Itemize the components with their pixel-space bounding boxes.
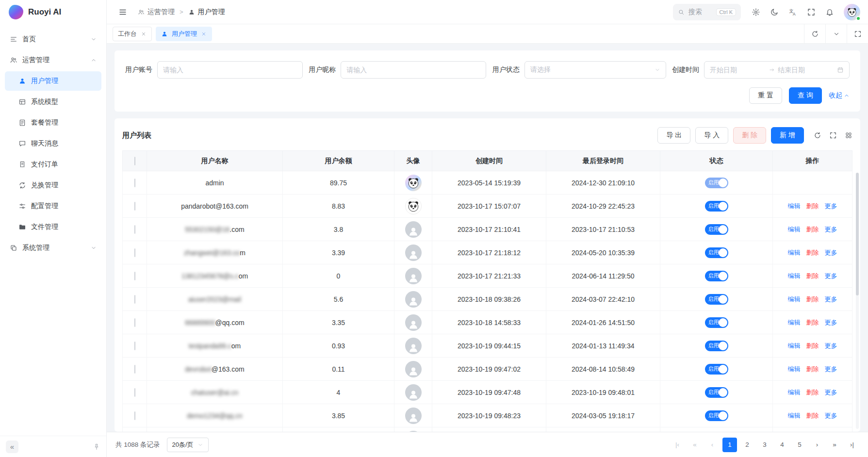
page-number-button[interactable]: 3 — [757, 438, 772, 452]
query-button[interactable]: 查 询 — [789, 87, 822, 104]
jump-forward-button[interactable]: » — [827, 438, 842, 452]
close-icon[interactable] — [141, 31, 147, 37]
last-page-button[interactable]: ›| — [845, 438, 859, 452]
edit-link[interactable]: 编辑 — [788, 202, 801, 211]
edit-link[interactable]: 编辑 — [788, 272, 801, 280]
add-button[interactable]: 新 增 — [771, 127, 804, 144]
more-link[interactable]: 更多 — [825, 342, 837, 350]
pin-icon[interactable] — [93, 443, 100, 451]
edit-link[interactable]: 编辑 — [788, 411, 801, 420]
row-checkbox[interactable] — [134, 202, 135, 211]
language-translate-icon[interactable] — [785, 4, 801, 20]
row-checkbox[interactable] — [134, 248, 135, 257]
row-checkbox[interactable] — [134, 225, 135, 234]
more-link[interactable]: 更多 — [825, 248, 837, 257]
status-toggle[interactable]: 启用 — [705, 247, 728, 258]
prev-page-button[interactable]: ‹ — [705, 438, 720, 452]
sidebar-collapse-button[interactable]: « — [6, 441, 18, 453]
first-page-button[interactable]: |‹ — [670, 438, 685, 452]
dark-mode-moon-icon[interactable] — [766, 4, 783, 20]
more-link[interactable]: 更多 — [825, 295, 837, 304]
row-checkbox[interactable] — [134, 179, 135, 187]
more-link[interactable]: 更多 — [825, 411, 837, 420]
page-number-button[interactable]: 2 — [740, 438, 754, 452]
delete-link[interactable]: 删除 — [806, 318, 819, 327]
close-icon[interactable] — [201, 31, 207, 37]
row-checkbox[interactable] — [134, 295, 135, 304]
delete-link[interactable]: 删除 — [806, 411, 819, 420]
sidebar-item-file-management[interactable]: 文件管理 — [5, 217, 101, 237]
content-fullscreen-icon[interactable] — [847, 24, 868, 43]
tab-user-management[interactable]: 用户管理 — [156, 27, 212, 41]
delete-link[interactable]: 删除 — [806, 202, 819, 211]
page-number-button[interactable]: 4 — [775, 438, 789, 452]
sidebar-item-system-models[interactable]: 系统模型 — [5, 92, 101, 112]
row-checkbox[interactable] — [134, 272, 135, 280]
status-toggle[interactable]: 启用 — [705, 387, 728, 398]
more-link[interactable]: 更多 — [825, 318, 837, 327]
breadcrumb-item-operations[interactable]: 运营管理 — [138, 8, 175, 16]
more-link[interactable]: 更多 — [825, 365, 837, 374]
more-link[interactable]: 更多 — [825, 388, 837, 397]
fullscreen-icon[interactable] — [803, 4, 819, 20]
table-fullscreen-icon[interactable] — [829, 131, 837, 139]
row-checkbox[interactable] — [134, 318, 135, 327]
hamburger-menu-icon[interactable] — [115, 4, 131, 20]
collapse-filter-link[interactable]: 收起 — [829, 91, 850, 100]
delete-link[interactable]: 删除 — [806, 365, 819, 374]
delete-link[interactable]: 删除 — [806, 225, 819, 234]
page-size-select[interactable]: 20条/页 — [167, 438, 209, 452]
next-page-button[interactable]: › — [810, 438, 824, 452]
more-link[interactable]: 更多 — [825, 272, 837, 280]
start-date-input[interactable] — [710, 66, 766, 74]
sidebar-item-chat-messages[interactable]: 聊天消息 — [5, 134, 101, 153]
edit-link[interactable]: 编辑 — [788, 318, 801, 327]
chevron-down-icon[interactable] — [825, 24, 847, 43]
status-toggle[interactable]: 启用 — [705, 201, 728, 212]
notifications-bell-icon[interactable] — [821, 4, 838, 20]
edit-link[interactable]: 编辑 — [788, 295, 801, 304]
jump-back-button[interactable]: « — [688, 438, 702, 452]
sidebar-item-user-management[interactable]: 用户管理 — [5, 71, 101, 91]
edit-link[interactable]: 编辑 — [788, 365, 801, 374]
refresh-icon[interactable] — [804, 24, 825, 43]
delete-link[interactable]: 删除 — [806, 388, 819, 397]
status-toggle[interactable]: 启用 — [705, 294, 728, 305]
status-select[interactable]: 请选择 — [524, 61, 666, 79]
edit-link[interactable]: 编辑 — [788, 388, 801, 397]
status-toggle[interactable]: 启用 — [705, 178, 728, 188]
select-all-checkbox[interactable] — [134, 157, 135, 165]
delete-button[interactable]: 删 除 — [733, 127, 766, 144]
status-toggle[interactable]: 启用 — [705, 317, 728, 328]
reset-button[interactable]: 重 置 — [749, 87, 782, 104]
row-checkbox[interactable] — [134, 388, 135, 397]
edit-link[interactable]: 编辑 — [788, 225, 801, 234]
settings-gear-icon[interactable] — [748, 4, 764, 20]
edit-link[interactable]: 编辑 — [788, 342, 801, 350]
row-checkbox[interactable] — [134, 342, 135, 350]
import-button[interactable]: 导 入 — [695, 127, 728, 144]
scrollbar-thumb[interactable] — [856, 173, 859, 295]
sidebar-item-exchange-management[interactable]: 兑换管理 — [5, 176, 101, 195]
end-date-input[interactable] — [778, 66, 834, 74]
tab-workbench[interactable]: 工作台 — [113, 27, 152, 41]
export-button[interactable]: 导 出 — [657, 127, 690, 144]
delete-link[interactable]: 删除 — [806, 295, 819, 304]
delete-link[interactable]: 删除 — [806, 248, 819, 257]
sidebar-item-payment-orders[interactable]: 支付订单 — [5, 155, 101, 174]
sidebar-item-config-management[interactable]: 配置管理 — [5, 196, 101, 216]
refresh-icon[interactable] — [814, 131, 821, 139]
sidebar-item-package-management[interactable]: 套餐管理 — [5, 113, 101, 132]
status-toggle[interactable]: 启用 — [705, 271, 728, 281]
nickname-input[interactable] — [346, 66, 480, 74]
column-settings-icon[interactable] — [845, 131, 852, 139]
status-toggle[interactable]: 启用 — [705, 410, 728, 421]
user-avatar[interactable] — [844, 4, 860, 20]
date-range-picker[interactable] — [704, 61, 850, 79]
sidebar-item-system[interactable]: 系统管理 — [5, 238, 101, 258]
global-search-input[interactable]: 搜索 Ctrl K — [673, 4, 741, 20]
delete-link[interactable]: 删除 — [806, 272, 819, 280]
more-link[interactable]: 更多 — [825, 202, 837, 211]
page-number-button[interactable]: 5 — [792, 438, 807, 452]
page-number-button[interactable]: 1 — [722, 438, 737, 452]
